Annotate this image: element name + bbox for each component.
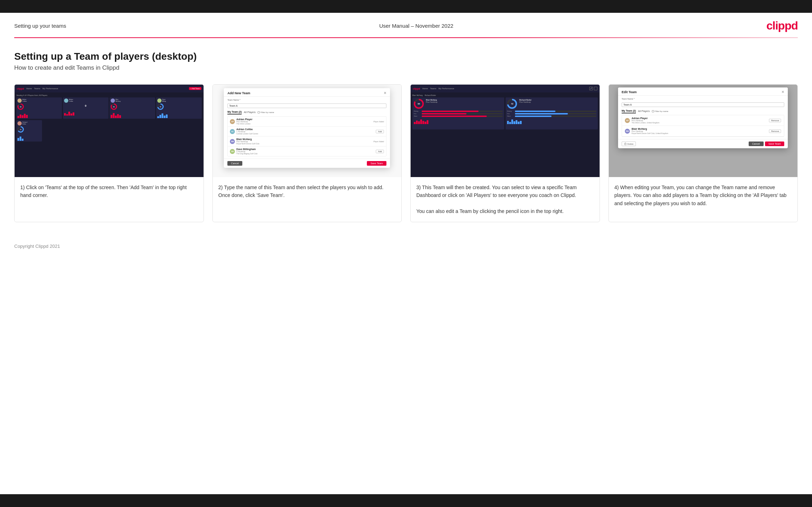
header-left-text: Setting up your teams <box>14 23 66 29</box>
card-4: Edit Team ✕ Team Name * My Team (2) All … <box>608 84 798 222</box>
player-avatar: BM <box>230 139 235 144</box>
dialog-tabs: My Team (2) All Players Filter by name <box>227 110 386 114</box>
player-list: AP Adrian Player Plus Handicap The Shire… <box>227 116 386 156</box>
player-row: AP Adrian Player Plus Handicap The Shire… <box>228 117 386 127</box>
svg-rect-3 <box>626 143 626 145</box>
add-player-button[interactable]: Add <box>376 130 384 133</box>
card-2-text: 2) Type the name of this Team and then s… <box>213 177 402 222</box>
edit-my-team-tab[interactable]: My Team (2) <box>622 109 636 113</box>
bottom-bar <box>0 494 812 507</box>
edit-save-team-button[interactable]: Save Team <box>765 142 785 146</box>
pencil-icon[interactable] <box>589 87 593 90</box>
player-row: AC Adrian Coliba 1 Handicap Central Lond… <box>228 127 386 137</box>
clippd-logo: clippd <box>766 19 798 32</box>
page-footer: Copyright Clippd 2021 <box>0 240 812 255</box>
remove-player-button[interactable]: Remove <box>769 129 781 133</box>
cancel-button[interactable]: Cancel <box>227 161 242 166</box>
edit-all-players-tab[interactable]: All Players <box>638 109 650 113</box>
top-bar <box>0 0 812 13</box>
header-center-text: User Manual – November 2022 <box>379 23 453 29</box>
remove-player-button[interactable]: Remove <box>769 119 781 122</box>
edit-player-row: AP Adrian Player Plus Handicap The Shire… <box>622 115 784 126</box>
all-players-tab[interactable]: All Players <box>244 110 255 114</box>
mock-player-card: BlairMcHarg 94 <box>110 97 155 119</box>
cards-row: clippd Home Teams My Performance + Add T… <box>14 84 798 222</box>
mock-db-nav: clippd Home Teams My Performance <box>411 85 600 92</box>
dialog-title: Add New Team <box>227 91 250 95</box>
edit-team-name-label: Team Name * <box>622 98 784 100</box>
card-2: Add New Team ✕ Team Name * My Team (2) A… <box>212 84 402 222</box>
card-3-text: 3) This Team will then be created. You c… <box>411 177 600 222</box>
edit-player-avatar: AP <box>625 118 630 123</box>
mock-nav-1: clippd Home Teams My Performance + Add T… <box>15 85 204 92</box>
edit-player-avatar: BM <box>625 129 630 134</box>
mock-player-card: DaveBilling. 78 <box>156 97 202 119</box>
dialog-close-icon[interactable]: ✕ <box>384 91 386 95</box>
edit-dialog-title: Edit Team <box>622 90 637 94</box>
add-player-button[interactable]: Add <box>376 150 384 153</box>
page-title: Setting up a Team of players (desktop) <box>14 51 798 62</box>
card-1-screenshot: clippd Home Teams My Performance + Add T… <box>15 85 204 177</box>
svg-rect-4 <box>624 145 626 145</box>
header: Setting up your teams User Manual – Nove… <box>0 13 812 37</box>
card-2-screenshot: Add New Team ✕ Team Name * My Team (2) A… <box>213 85 402 177</box>
card-4-text: 4) When editing your Team, you can chang… <box>609 177 798 222</box>
page-subtitle: How to create and edit Teams in Clippd <box>14 64 798 71</box>
svg-rect-1 <box>625 143 626 143</box>
card-3-screenshot: clippd Home Teams My Performance Blair M… <box>411 85 600 177</box>
page-content: Setting up a Team of players (desktop) H… <box>0 38 812 240</box>
mock-brand-1: clippd <box>17 87 24 90</box>
my-team-tab[interactable]: My Team (2) <box>227 110 242 114</box>
team-name-input[interactable] <box>227 103 386 108</box>
save-team-button[interactable]: Save Team <box>367 161 386 166</box>
edit-team-name-input[interactable] <box>622 102 784 107</box>
edit-cancel-button[interactable]: Cancel <box>749 142 764 146</box>
svg-rect-2 <box>624 143 625 145</box>
mock-player-card: AdrianCollins 84 <box>16 97 62 119</box>
card-1: clippd Home Teams My Performance + Add T… <box>14 84 204 222</box>
svg-rect-0 <box>624 143 627 144</box>
grid-icon[interactable] <box>594 87 597 90</box>
card-3: clippd Home Teams My Performance Blair M… <box>410 84 600 222</box>
delete-button[interactable]: Delete <box>622 142 636 146</box>
mock-add-team-btn[interactable]: + Add Team <box>189 87 201 90</box>
team-name-label: Team Name * <box>227 99 386 101</box>
mock-player-card: AdrianColiba 0 <box>63 97 109 119</box>
edit-player-row: BM Blair McHarg Plus Handicap Royal Nort… <box>622 126 784 137</box>
add-team-dialog: Add New Team ✕ Team Name * My Team (2) A… <box>224 88 390 168</box>
copyright-text: Copyright Clippd 2021 <box>14 244 60 249</box>
player-avatar: AC <box>230 129 235 134</box>
player-row: DB Dave Billingham 5 Handicap The Dog Ma… <box>228 146 386 156</box>
card-1-text: 1) Click on 'Teams' at the top of the sc… <box>15 177 204 222</box>
edit-dialog-close-icon[interactable]: ✕ <box>781 90 784 94</box>
player-avatar: DB <box>230 149 235 154</box>
player-row: BM Blair McHarg Plus Handicap Royal Nort… <box>228 137 386 146</box>
player-avatar: AP <box>230 119 235 124</box>
filter-by-name: Filter by name <box>258 111 274 113</box>
card-4-screenshot: Edit Team ✕ Team Name * My Team (2) All … <box>609 85 798 177</box>
edit-team-dialog: Edit Team ✕ Team Name * My Team (2) All … <box>618 87 788 148</box>
